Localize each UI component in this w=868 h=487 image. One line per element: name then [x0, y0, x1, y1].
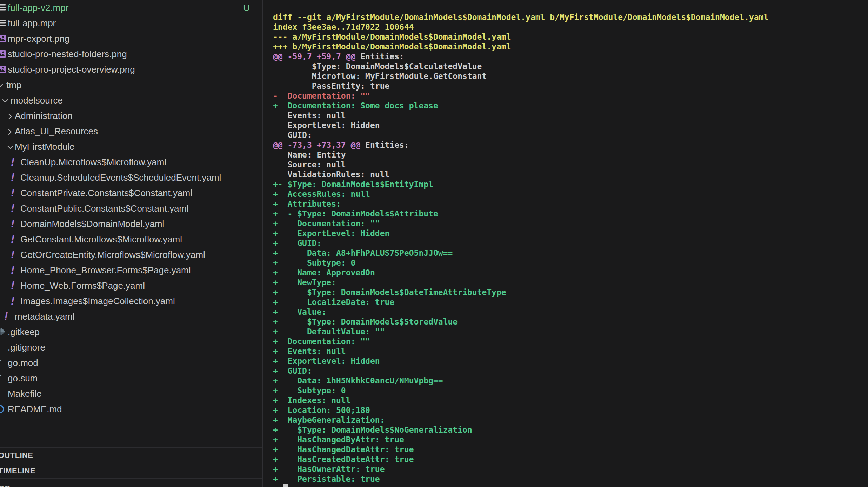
tree-item-home-phone-browser-forms-page-yaml[interactable]: !Home_Phone_Browser.Forms$Page.yaml: [0, 262, 262, 278]
terminal-line: + HasOwnerAttr: true: [273, 464, 868, 474]
chevron-down-icon: [0, 81, 4, 89]
yaml-icon: !: [11, 234, 20, 244]
terminal-line: +++ b/MyFirstModule/DomainModels$DomainM…: [273, 42, 868, 52]
terminal-line: @@ -59,7 +59,7 @@ Entities:: [273, 52, 868, 61]
terminal-line: + Location: 500;180: [273, 405, 868, 415]
terminal-line: + Name: ApprovedOn: [273, 268, 868, 278]
folder-label: MyFirstModule: [15, 141, 74, 152]
terminal-line: PassEntity: true: [273, 81, 868, 91]
tree-item--gitignore[interactable]: .gitignore: [0, 340, 262, 355]
yaml-icon: !: [11, 281, 20, 291]
panel-section-go[interactable]: GO: [0, 478, 262, 487]
list-icon: [0, 3, 6, 13]
file-label: Cleanup.ScheduledEvents$ScheduledEvent.y…: [20, 172, 221, 183]
terminal-output[interactable]: diff --git a/MyFirstModule/DomainModels$…: [263, 0, 868, 487]
terminal-line: + GUID:: [273, 238, 868, 248]
terminal-line: + Data: 1hH5NkhkC0ancU/NMuVpbg==: [273, 376, 868, 386]
terminal-line: index f3ee3ae..71d7022 100644: [273, 22, 868, 32]
tree-item-modelsource[interactable]: modelsource: [0, 93, 262, 108]
tree-item-images-images-imagecollection-yaml[interactable]: !Images.Images$ImageCollection.yaml: [0, 293, 262, 309]
tree-item-studio-pro-project-overview-png[interactable]: studio-pro-project-overview.png: [0, 62, 262, 77]
explorer-sidebar: full-app-v2.mprUfull-app.mprmpr-export.p…: [0, 0, 263, 487]
panel-section-outline[interactable]: OUTLINE: [0, 447, 262, 463]
file-tree: full-app-v2.mprUfull-app.mprmpr-export.p…: [0, 0, 262, 417]
makefile-icon: [0, 389, 6, 399]
chevron-right-icon: [6, 112, 14, 120]
file-label: mpr-export.png: [8, 33, 69, 44]
tree-item--gitkeep[interactable]: .gitkeep: [0, 324, 262, 340]
terminal-line: + Value:: [273, 307, 868, 317]
yaml-icon: !: [11, 250, 20, 260]
terminal-line: + AccessRules: null: [273, 189, 868, 199]
terminal-line: @@ -73,3 +73,37 @@ Entities:: [273, 140, 868, 150]
terminal-line: + ExportLevel: Hidden: [273, 356, 868, 366]
tree-item-home-web-forms-page-yaml[interactable]: !Home_Web.Forms$Page.yaml: [0, 278, 262, 293]
tree-item-studio-pro-nested-folders-png[interactable]: studio-pro-nested-folders.png: [0, 46, 262, 62]
file-label: go.sum: [8, 373, 38, 384]
file-label: metadata.yaml: [15, 311, 75, 322]
file-label: GetConstant.Microflows$Microflow.yaml: [20, 234, 182, 245]
yaml-icon: !: [4, 312, 13, 321]
terminal-line: + Attributes:: [273, 199, 868, 209]
tree-item-mpr-export-png[interactable]: mpr-export.png: [0, 31, 262, 46]
image-icon: [0, 49, 6, 59]
tree-item-full-app-mpr[interactable]: full-app.mpr: [0, 15, 262, 31]
tree-item-tmp[interactable]: tmp: [0, 77, 262, 93]
tree-item-administration[interactable]: Administration: [0, 108, 262, 124]
tree-item-myfirstmodule[interactable]: MyFirstModule: [0, 139, 262, 154]
tree-item-readme-md[interactable]: README.md: [0, 401, 262, 417]
terminal-line: + HasCreatedDateAttr: true: [273, 454, 868, 464]
list-icon: [0, 18, 6, 28]
terminal-line: + MaybeGeneralization:: [273, 415, 868, 425]
tree-item-constantprivate-constants-constant-yaml[interactable]: !ConstantPrivate.Constants$Constant.yaml: [0, 185, 262, 201]
terminal-line: + Subtype: 0: [273, 258, 868, 268]
yaml-icon: !: [11, 204, 20, 213]
file-label: go.mod: [8, 358, 38, 368]
git-sliver-icon: [0, 342, 6, 352]
terminal-line: GUID:: [273, 130, 868, 140]
tree-item-go-sum[interactable]: go.sum: [0, 371, 262, 386]
panel-section-label: TIMELINE: [0, 466, 35, 475]
file-label: Home_Phone_Browser.Forms$Page.yaml: [20, 265, 191, 276]
tree-item-atlas-ui-resources[interactable]: Atlas_UI_Resources: [0, 124, 262, 139]
tree-item-cleanup-scheduledevents-scheduledevent-yaml[interactable]: !Cleanup.ScheduledEvents$ScheduledEvent.…: [0, 170, 262, 185]
go-icon: [0, 358, 6, 368]
chevron-down-icon: [6, 143, 14, 151]
yaml-icon: !: [11, 157, 20, 167]
tree-item-makefile[interactable]: Makefile: [0, 386, 262, 401]
terminal-line: + GUID:: [273, 366, 868, 376]
file-label: ConstantPublic.Constants$Constant.yaml: [20, 203, 189, 214]
terminal-line: + $Type: DomainModels$DateTimeAttributeT…: [273, 287, 868, 297]
yaml-icon: !: [11, 188, 20, 198]
tree-item-cleanup-microflows-microflow-yaml[interactable]: !CleanUp.Microflows$Microflow.yaml: [0, 154, 262, 170]
terminal-line: + Documentation: "": [273, 336, 868, 346]
chevron-right-icon: [6, 127, 14, 135]
go-icon: [0, 373, 6, 383]
terminal-line: + NewType:: [273, 278, 868, 287]
terminal-line: Source: null: [273, 160, 868, 169]
panel-section-timeline[interactable]: TIMELINE: [0, 463, 262, 478]
terminal-line: Microflow: MyFirstModule.GetConstant: [273, 71, 868, 81]
folder-label: Administration: [15, 111, 73, 121]
tree-item-constantpublic-constants-constant-yaml[interactable]: !ConstantPublic.Constants$Constant.yaml: [0, 201, 262, 216]
tree-item-getorcreateentity-microflows-microflow-yaml[interactable]: !GetOrCreateEntity.Microflows$Microflow.…: [0, 247, 262, 262]
explorer-bottom-sections: OUTLINETIMELINEGO: [0, 447, 262, 487]
git-status-badge: U: [243, 2, 250, 13]
yaml-icon: !: [11, 219, 20, 229]
tree-item-getconstant-microflows-microflow-yaml[interactable]: !GetConstant.Microflows$Microflow.yaml: [0, 232, 262, 247]
file-label: README.md: [8, 404, 62, 415]
file-label: .gitignore: [8, 342, 45, 353]
terminal-line: + $Type: DomainModels$NoGeneralization: [273, 425, 868, 435]
file-label: full-app.mpr: [8, 18, 56, 29]
tree-item-metadata-yaml[interactable]: !metadata.yaml: [0, 309, 262, 324]
file-label: ConstantPrivate.Constants$Constant.yaml: [20, 188, 192, 199]
terminal-line: + Documentation: "": [273, 219, 868, 228]
image-icon: [0, 65, 6, 74]
file-label: Home_Web.Forms$Page.yaml: [20, 280, 145, 291]
chevron-down-icon: [1, 96, 9, 104]
file-label: full-app-v2.mpr: [8, 2, 68, 13]
panel-section-label: OUTLINE: [0, 451, 33, 460]
tree-item-domainmodels-domainmodel-yaml[interactable]: !DomainModels$DomainModel.yaml: [0, 216, 262, 232]
tree-item-go-mod[interactable]: go.mod: [0, 355, 262, 371]
tree-item-full-app-v2-mpr[interactable]: full-app-v2.mprU: [0, 0, 262, 15]
